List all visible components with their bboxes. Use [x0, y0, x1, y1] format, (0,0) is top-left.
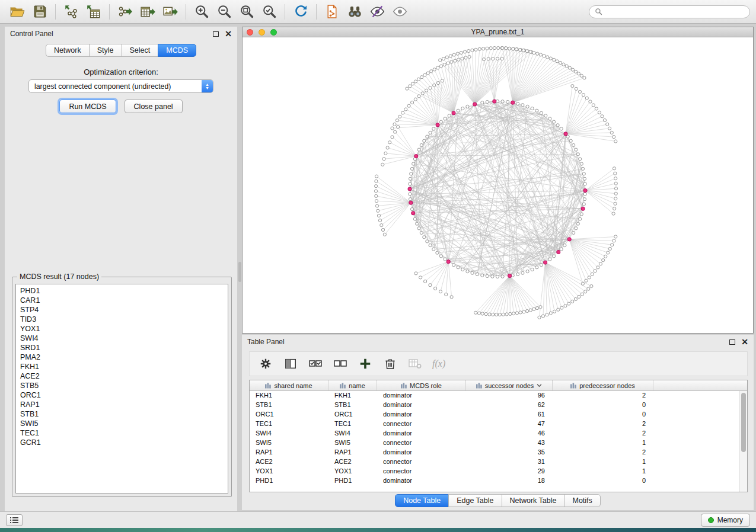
gear-icon[interactable] [258, 356, 273, 371]
table-toolbar: f(x) [249, 351, 748, 376]
column-header-label: successor nodes [485, 382, 534, 389]
close-panel-icon[interactable]: ✕ [741, 338, 748, 346]
table-cell: TEC1 [250, 419, 328, 429]
float-panel-icon[interactable] [729, 339, 735, 345]
delete-column-icon[interactable] [382, 356, 398, 371]
tab-network[interactable]: Network [46, 44, 90, 57]
table-cell: 29 [466, 467, 553, 476]
mcds-result-item[interactable]: STB5 [16, 381, 228, 390]
mcds-result-item[interactable]: TEC1 [16, 428, 228, 438]
zoom-out-icon[interactable] [213, 2, 235, 21]
maximize-window-icon[interactable] [270, 29, 277, 36]
table-row[interactable]: RAP1RAP1dominator352 [250, 448, 747, 457]
minimize-window-icon[interactable] [259, 29, 265, 36]
zoom-selected-icon[interactable] [258, 2, 280, 21]
network-canvas[interactable] [243, 37, 753, 333]
column-header-successor-nodes[interactable]: successor nodes [466, 380, 553, 390]
toolbar-separator [316, 4, 317, 20]
mcds-result-item[interactable]: ACE2 [16, 371, 228, 381]
tab-style[interactable]: Style [89, 44, 122, 57]
zoom-fit-icon[interactable] [235, 2, 258, 21]
add-column-icon[interactable] [358, 356, 373, 371]
table-scrollbar[interactable] [739, 391, 747, 492]
mcds-result-item[interactable]: STB1 [16, 409, 228, 419]
mcds-result-item[interactable]: PMA2 [16, 352, 228, 362]
function-builder-icon: f(x) [432, 358, 445, 369]
table-row[interactable]: FKH1FKH1dominator962 [250, 391, 747, 400]
run-mcds-button[interactable]: Run MCDS [59, 100, 116, 113]
search-box[interactable] [589, 5, 750, 18]
table-cell: 2 [553, 448, 653, 457]
new-network-from-selection-icon[interactable] [321, 2, 343, 21]
table-row[interactable]: TEC1TEC1connector472 [250, 419, 747, 429]
column-header-name[interactable]: name [328, 380, 377, 390]
table-row[interactable]: ACE2ACE2connector311 [250, 457, 747, 467]
mcds-result-item[interactable]: SWI5 [16, 419, 228, 428]
table-row[interactable]: SWI4SWI4dominator462 [250, 429, 747, 438]
table-row[interactable]: ORC1ORC1dominator610 [250, 410, 747, 419]
network-window-titlebar[interactable]: YPA_prune.txt_1 [243, 27, 753, 37]
mcds-result-item[interactable]: GCR1 [16, 438, 228, 447]
column-header-MCDS-role[interactable]: MCDS role [377, 380, 466, 390]
import-network-icon[interactable] [60, 2, 82, 21]
table-panel-title: Table Panel [247, 338, 285, 346]
show-details-icon[interactable] [388, 2, 411, 21]
mcds-result-list[interactable]: PHD1CAR1STP4TID3YOX1SWI4SRD1PMA2FKH1ACE2… [15, 284, 228, 493]
mcds-result-item[interactable]: ORC1 [16, 390, 228, 400]
save-icon[interactable] [28, 2, 51, 21]
close-panel-icon[interactable]: ✕ [225, 30, 232, 38]
table-cell: dominator [377, 410, 466, 419]
mcds-result-item[interactable]: PHD1 [16, 286, 228, 296]
memory-button[interactable]: Memory [701, 514, 750, 527]
table-row[interactable]: PHD1PHD1dominator180 [250, 476, 747, 486]
mcds-result-item[interactable]: CAR1 [16, 296, 228, 305]
mcds-result-item[interactable]: STP4 [16, 305, 228, 315]
mcds-result-item[interactable]: SRD1 [16, 343, 228, 352]
tab-motifs[interactable]: Motifs [564, 494, 600, 507]
deselect-all-icon[interactable] [333, 356, 348, 371]
table-cell: STB1 [328, 400, 377, 410]
close-panel-button[interactable]: Close panel [125, 100, 183, 113]
zoom-in-icon[interactable] [190, 2, 213, 21]
close-window-icon[interactable] [247, 29, 253, 36]
column-chooser-icon[interactable] [283, 356, 298, 371]
export-image-icon[interactable] [159, 2, 181, 21]
mcds-result-item[interactable]: SWI4 [16, 334, 228, 343]
tab-edge-table[interactable]: Edge Table [448, 494, 502, 507]
table-cell: 43 [466, 438, 553, 448]
table-row[interactable]: SWI5SWI5connector431 [250, 438, 747, 448]
column-header-shared-name[interactable]: shared name [250, 380, 328, 390]
table-row[interactable]: YOX1YOX1connector291 [250, 467, 747, 476]
criterion-dropdown[interactable]: largest connected component (undirected)… [28, 79, 213, 93]
column-type-icon [476, 383, 482, 389]
float-panel-icon[interactable] [213, 31, 219, 37]
mcds-result-item[interactable]: YOX1 [16, 324, 228, 334]
mcds-result-item[interactable]: RAP1 [16, 400, 228, 409]
table-cell: connector [377, 438, 466, 448]
open-file-icon[interactable] [6, 2, 28, 21]
search-binoculars-icon[interactable] [343, 2, 366, 21]
tab-select[interactable]: Select [122, 44, 159, 57]
mcds-result-item[interactable]: TID3 [16, 315, 228, 324]
mcds-result-item[interactable]: FKH1 [16, 362, 228, 371]
scrollbar-thumb[interactable] [741, 393, 746, 452]
search-input[interactable] [606, 8, 744, 16]
refresh-icon[interactable] [289, 2, 312, 21]
column-header-filler [653, 380, 747, 390]
tab-network-table[interactable]: Network Table [502, 494, 565, 507]
tab-node-table[interactable]: Node Table [395, 494, 449, 507]
select-all-icon[interactable] [308, 356, 323, 371]
table-cell: dominator [377, 448, 466, 457]
table-cell: PHD1 [328, 476, 377, 486]
export-network-icon[interactable] [114, 2, 136, 21]
hide-details-icon[interactable] [366, 2, 388, 21]
export-table-icon[interactable] [136, 2, 159, 21]
tab-mcds[interactable]: MCDS [158, 44, 196, 57]
table-cell: 1 [553, 457, 653, 467]
panel-menu-icon[interactable] [6, 514, 23, 526]
table-cell: 0 [553, 410, 653, 419]
column-header-predecessor-nodes[interactable]: predecessor nodes [553, 380, 653, 390]
panel-splitter-handle[interactable] [238, 262, 241, 282]
table-row[interactable]: STB1STB1dominator620 [250, 400, 747, 410]
import-table-icon[interactable] [82, 2, 105, 21]
